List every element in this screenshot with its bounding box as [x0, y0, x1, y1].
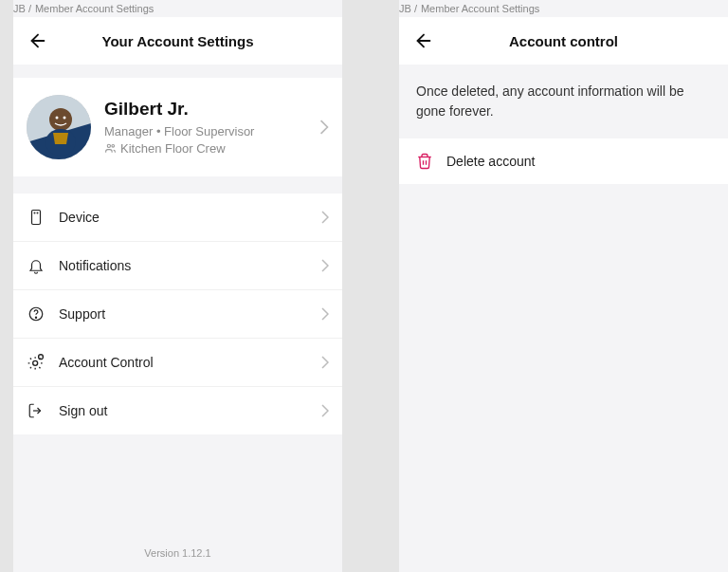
- svg-point-9: [34, 212, 35, 213]
- menu-item-sign-out[interactable]: Sign out: [13, 387, 342, 434]
- svg-point-5: [64, 117, 66, 120]
- avatar: [27, 95, 91, 159]
- profile-team-label: Kitchen Floor Crew: [120, 141, 226, 156]
- chevron-right-icon: [321, 356, 329, 369]
- svg-point-4: [56, 117, 59, 120]
- breadcrumb-prefix: JB /: [13, 3, 31, 14]
- back-button[interactable]: [27, 29, 49, 52]
- sign-out-icon: [27, 401, 46, 420]
- svg-point-14: [39, 355, 44, 360]
- bell-icon: [27, 256, 46, 275]
- help-icon: [27, 304, 46, 323]
- content: Once deleted, any account information wi…: [399, 65, 728, 572]
- page-title: Your Account Settings: [13, 33, 342, 49]
- header: Your Account Settings: [13, 17, 342, 65]
- breadcrumb-prefix: JB /: [399, 3, 417, 14]
- breadcrumb: JB / Member Account Settings: [399, 0, 728, 17]
- gear-icon: [27, 353, 46, 372]
- version-label: Version 1.12.1: [13, 534, 342, 572]
- settings-panel: JB / Member Account Settings Your Accoun…: [13, 0, 342, 572]
- menu-item-account-control[interactable]: Account Control: [13, 339, 342, 387]
- team-icon: [104, 142, 117, 155]
- trash-icon: [416, 153, 433, 170]
- arrow-left-icon: [413, 30, 434, 51]
- breadcrumb-page: Member Account Settings: [35, 3, 154, 14]
- delete-warning-text: Once deleted, any account information wi…: [399, 65, 728, 138]
- back-button[interactable]: [412, 29, 435, 52]
- page-title: Account control: [399, 33, 728, 49]
- profile-card[interactable]: Gilbert Jr. Manager • Floor Supervisor K…: [13, 78, 342, 176]
- menu-label: Sign out: [59, 403, 321, 418]
- menu-item-support[interactable]: Support: [13, 290, 342, 339]
- menu-label: Support: [59, 306, 321, 322]
- svg-point-2: [49, 108, 72, 131]
- chevron-right-icon: [321, 259, 329, 272]
- svg-point-6: [107, 144, 110, 147]
- menu-list: Device Notifications Support: [13, 194, 342, 434]
- svg-point-13: [33, 360, 38, 365]
- device-icon: [27, 208, 46, 227]
- breadcrumb: JB / Member Account Settings: [13, 0, 342, 17]
- content: Gilbert Jr. Manager • Floor Supervisor K…: [13, 65, 342, 572]
- breadcrumb-page: Member Account Settings: [421, 3, 539, 14]
- menu-label: Device: [59, 210, 321, 225]
- delete-account-label: Delete account: [446, 154, 535, 169]
- arrow-left-icon: [27, 30, 48, 51]
- profile-team: Kitchen Floor Crew: [104, 141, 319, 156]
- profile-info: Gilbert Jr. Manager • Floor Supervisor K…: [104, 99, 319, 155]
- chevron-right-icon: [321, 307, 329, 321]
- menu-item-device[interactable]: Device: [13, 194, 342, 242]
- delete-account-button[interactable]: Delete account: [399, 138, 728, 184]
- chevron-right-icon: [321, 404, 329, 417]
- menu-label: Notifications: [59, 258, 321, 273]
- svg-point-12: [35, 317, 36, 318]
- chevron-right-icon: [319, 120, 329, 135]
- profile-name: Gilbert Jr.: [104, 99, 319, 120]
- account-control-panel: JB / Member Account Settings Account con…: [399, 0, 728, 572]
- profile-role: Manager • Floor Supervisor: [104, 123, 319, 140]
- svg-point-10: [37, 212, 38, 213]
- menu-item-notifications[interactable]: Notifications: [13, 242, 342, 290]
- chevron-right-icon: [321, 211, 329, 224]
- menu-label: Account Control: [59, 355, 321, 370]
- header: Account control: [399, 17, 728, 65]
- svg-rect-8: [32, 211, 41, 225]
- svg-point-7: [112, 144, 115, 147]
